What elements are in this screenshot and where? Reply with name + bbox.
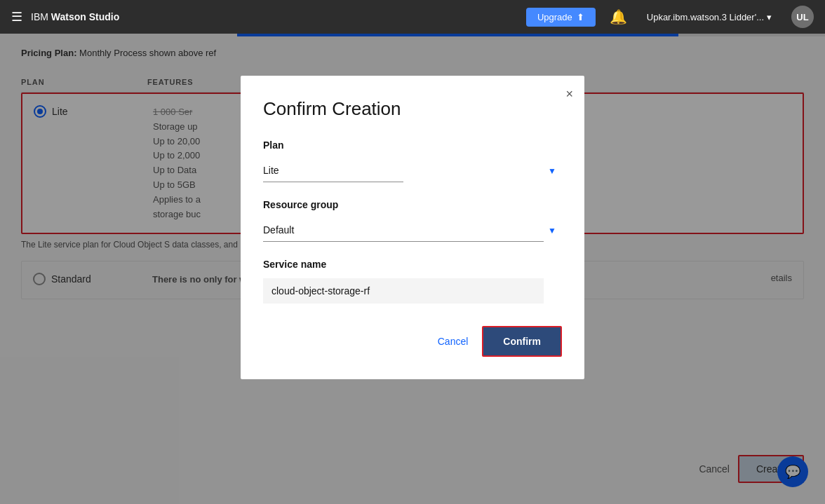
resource-group-select-wrap: DefaultOther ▼ (263, 219, 562, 242)
modal-footer: Cancel Confirm (263, 326, 562, 357)
plan-select-arrow-icon: ▼ (548, 166, 556, 176)
upgrade-icon: ⬆ (577, 12, 584, 22)
avatar[interactable]: UL (791, 6, 814, 28)
service-name-input[interactable] (263, 278, 544, 304)
topnav: ☰ IBM Watson Studio Upgrade ⬆ 🔔 Upkar.ib… (0, 0, 825, 34)
resource-group-section-label: Resource group (263, 199, 562, 210)
main-content: Pricing Plan: Monthly Process shown abov… (0, 34, 825, 504)
hamburger-icon[interactable]: ☰ (11, 9, 22, 25)
plan-select-wrap: LiteStandard ▼ (263, 159, 562, 182)
bell-icon[interactable]: 🔔 (604, 8, 633, 25)
resource-group-select-arrow-icon: ▼ (548, 226, 556, 236)
confirm-creation-modal: × Confirm Creation Plan LiteStandard ▼ R… (241, 76, 584, 379)
upgrade-button[interactable]: Upgrade ⬆ (526, 8, 596, 27)
resource-group-select[interactable]: DefaultOther (263, 219, 544, 242)
modal-close-button[interactable]: × (565, 87, 573, 102)
modal-confirm-button[interactable]: Confirm (482, 326, 562, 357)
brand-label: IBM Watson Studio (31, 11, 119, 22)
modal-title: Confirm Creation (263, 98, 562, 120)
plan-section-label: Plan (263, 139, 562, 151)
service-name-section-label: Service name (263, 259, 562, 270)
service-name-input-wrap (263, 278, 562, 304)
chevron-down-icon: ▾ (767, 12, 772, 22)
modal-cancel-button[interactable]: Cancel (424, 326, 483, 357)
modal-overlay: × Confirm Creation Plan LiteStandard ▼ R… (0, 34, 825, 504)
user-menu[interactable]: Upkar.ibm.watson.3 Lidder'... ▾ (641, 12, 777, 22)
plan-select[interactable]: LiteStandard (263, 159, 403, 182)
